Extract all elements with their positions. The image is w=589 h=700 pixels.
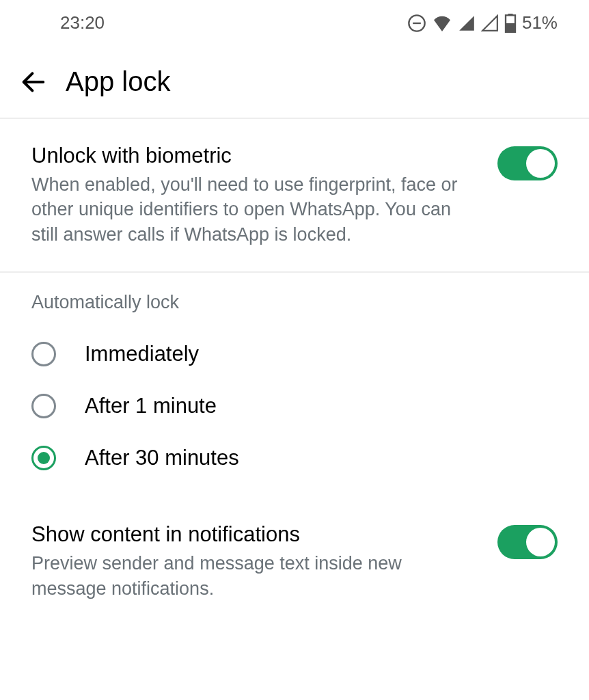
signal-icon-2 bbox=[481, 14, 499, 32]
wifi-icon bbox=[432, 15, 452, 31]
do-not-disturb-icon bbox=[407, 14, 426, 33]
radio-option-after-30-minutes[interactable]: After 30 minutes bbox=[0, 432, 589, 484]
biometric-title: Unlock with biometric bbox=[31, 144, 477, 168]
radio-circle-selected-icon bbox=[31, 446, 56, 470]
status-icons: 51% bbox=[407, 12, 558, 33]
radio-label: Immediately bbox=[85, 342, 199, 366]
back-arrow-icon[interactable] bbox=[20, 69, 46, 95]
biometric-toggle[interactable] bbox=[497, 146, 558, 180]
radio-circle-icon bbox=[31, 342, 56, 366]
radio-option-after-1-minute[interactable]: After 1 minute bbox=[0, 380, 589, 432]
radio-circle-icon bbox=[31, 394, 56, 418]
signal-icon-1 bbox=[458, 14, 476, 32]
notifications-title: Show content in notifications bbox=[31, 522, 477, 547]
auto-lock-section-header: Automatically lock bbox=[0, 273, 589, 328]
status-bar: 23:20 51% bbox=[0, 0, 589, 46]
biometric-text: Unlock with biometric When enabled, you'… bbox=[31, 144, 477, 247]
notifications-setting-row[interactable]: Show content in notifications Preview se… bbox=[0, 498, 589, 625]
svg-rect-4 bbox=[506, 23, 515, 33]
radio-label: After 30 minutes bbox=[85, 446, 239, 470]
page-title: App lock bbox=[66, 66, 170, 97]
notifications-text: Show content in notifications Preview se… bbox=[31, 522, 477, 601]
notifications-toggle[interactable] bbox=[497, 525, 558, 559]
biometric-setting-row[interactable]: Unlock with biometric When enabled, you'… bbox=[0, 119, 589, 273]
status-time: 23:20 bbox=[60, 12, 105, 33]
header: App lock bbox=[0, 46, 589, 119]
radio-label: After 1 minute bbox=[85, 394, 217, 418]
battery-icon bbox=[504, 14, 517, 33]
biometric-description: When enabled, you'll need to use fingerp… bbox=[31, 172, 477, 247]
radio-option-immediately[interactable]: Immediately bbox=[0, 328, 589, 380]
notifications-description: Preview sender and message text inside n… bbox=[31, 551, 477, 601]
battery-percentage: 51% bbox=[522, 12, 558, 33]
